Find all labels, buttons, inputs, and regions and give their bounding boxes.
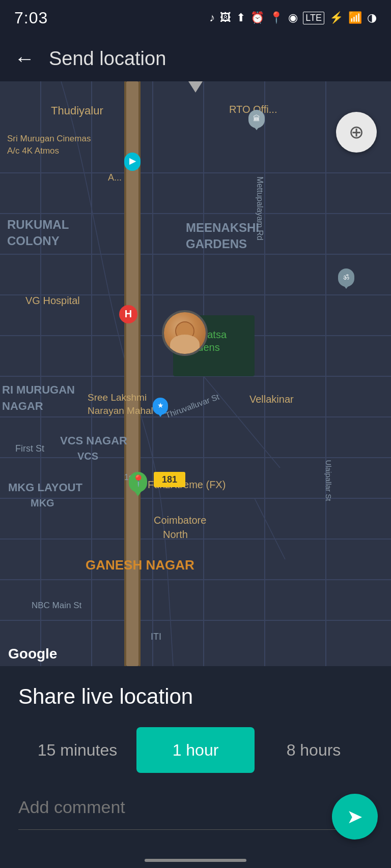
svg-text:VCS NAGAR: VCS NAGAR [60,434,127,447]
location-icon: 📍 [269,11,283,24]
lte-icon: LTE [303,12,324,24]
svg-text:GARDENS: GARDENS [186,237,247,251]
svg-text:Coimbatore: Coimbatore [154,515,206,526]
svg-text:COLONY: COLONY [7,234,60,248]
svg-text:North: North [163,529,188,540]
send-icon: ➤ [347,805,363,828]
svg-rect-21 [138,81,141,666]
duration-options: 15 minutes 1 hour 8 hours [18,727,373,773]
google-watermark: Google [8,646,57,662]
svg-text:MKG LAYOUT: MKG LAYOUT [8,481,82,494]
svg-text:ॐ: ॐ [343,273,349,281]
svg-text:Narayan Mahal: Narayan Mahal [88,405,153,416]
svg-text:📍: 📍 [131,474,146,488]
svg-text:Thiruvalluvar St: Thiruvalluvar St [164,392,220,420]
crosshair-icon: ⊕ [349,122,364,143]
drop-indicator [188,81,203,93]
radio-icon: ◉ [288,11,298,24]
bluetooth-icon: ⚡ [329,11,343,24]
upload-icon: ⬆ [236,11,245,24]
svg-rect-20 [124,81,126,666]
svg-text:NAGAR: NAGAR [2,400,43,412]
svg-text:RI MURUGAN: RI MURUGAN [2,383,75,396]
bottom-panel: Share live location 15 minutes 1 hour 8 … [0,666,391,868]
svg-text:MEENAKSHI: MEENAKSHI [186,221,259,234]
photos-icon: 🖼 [220,11,231,24]
svg-text:ITI: ITI [151,632,161,642]
avatar-face [164,312,206,354]
svg-text:▶: ▶ [129,157,136,165]
svg-text:VG Hospital: VG Hospital [25,295,80,306]
share-title: Share live location [18,684,373,709]
duration-15-minutes[interactable]: 15 minutes [18,727,136,773]
user-avatar-pin [162,310,208,356]
svg-text:MKG: MKG [31,497,54,508]
svg-text:Mettupalayam Rd: Mettupalayam Rd [256,176,264,240]
home-indicator [145,859,246,862]
svg-text:Sri Murugan Cinemas: Sri Murugan Cinemas [7,134,91,143]
svg-text:First St: First St [15,443,44,454]
svg-text:RUKUMAL: RUKUMAL [7,218,69,231]
duration-1-hour[interactable]: 1 hour [136,727,255,773]
map-view[interactable]: RTO Offi... Thudiyalur Sri Murugan Cinem… [0,81,391,666]
comment-row: ➤ [18,793,373,830]
status-time: 7:03 [14,9,48,27]
svg-text:VCS: VCS [77,451,98,462]
map-svg: RTO Offi... Thudiyalur Sri Murugan Cinem… [0,81,391,666]
svg-text:Sree Lakshmi: Sree Lakshmi [88,392,147,403]
svg-text:Vellakinar: Vellakinar [249,394,294,405]
duration-8-hours[interactable]: 8 hours [255,727,373,773]
svg-text:Ulaipallar St: Ulaipallar St [324,460,333,502]
page-title: Send location [49,48,166,70]
shazam-icon: ♪ [209,11,215,24]
status-icons: ♪ 🖼 ⬆ ⏰ 📍 ◉ LTE ⚡ 📶 ◑ [209,11,377,24]
svg-text:GANESH NAGAR: GANESH NAGAR [86,557,194,573]
battery-icon: ◑ [367,11,377,24]
signal-icon: 📶 [348,11,362,24]
svg-text:A/c 4K Atmos: A/c 4K Atmos [7,146,59,156]
svg-text:NBC Main St: NBC Main St [32,601,82,610]
svg-text:★: ★ [157,401,164,409]
send-button[interactable]: ➤ [332,794,378,840]
svg-text:🏛: 🏛 [253,114,260,123]
svg-text:A...: A... [108,172,122,183]
status-bar: 7:03 ♪ 🖼 ⬆ ⏰ 📍 ◉ LTE ⚡ 📶 ◑ [0,0,391,36]
back-button[interactable]: ← [14,47,35,70]
svg-text:Thudiyalur: Thudiyalur [51,104,103,117]
svg-text:181: 181 [162,474,177,485]
alarm-icon: ⏰ [250,11,264,24]
comment-input[interactable] [18,793,373,821]
my-location-button[interactable]: ⊕ [336,112,377,153]
svg-text:H: H [125,308,132,319]
top-bar: ← Send location [0,36,391,81]
